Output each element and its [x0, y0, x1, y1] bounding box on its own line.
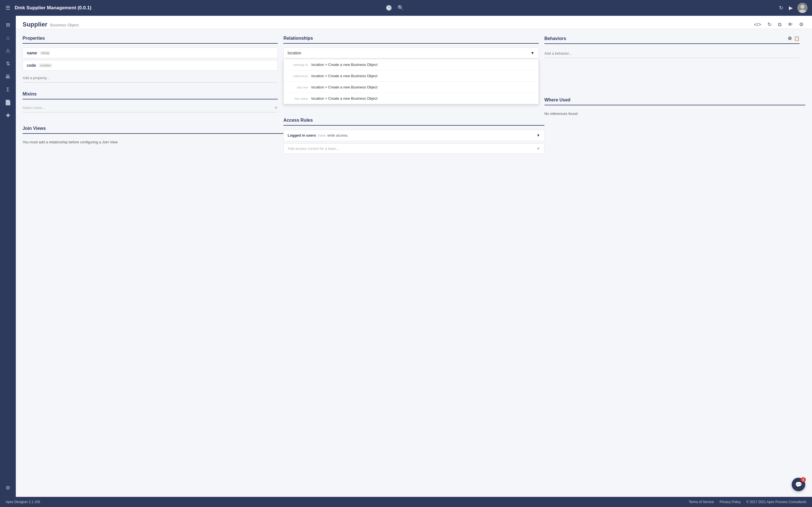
app-title: Dmk Supplier Management (0.0.1)	[15, 5, 381, 11]
page-subtitle: Business Object	[50, 23, 79, 27]
add-behavior-input[interactable]	[545, 49, 800, 58]
mixin-select[interactable]: Select mixin... ▼	[22, 103, 278, 112]
refresh-icon[interactable]: ↻	[778, 4, 784, 12]
has-many-value: location > Create a new Business Object	[311, 96, 377, 101]
column-3: Behaviors ⚙ 📋 Where Used No references f…	[545, 36, 805, 490]
copyright-label: © 2017-2021 Apex Process Consultants	[746, 500, 806, 504]
belongs-to-value: location > Create a new Business Object	[311, 62, 377, 67]
where-used-note: No references found	[545, 109, 805, 118]
history-icon[interactable]: 🕑	[385, 4, 393, 12]
preview-button[interactable]: 👁	[786, 20, 795, 29]
page-header: Supplier Business Object </> ↻ ⧉ 👁 ⚙	[16, 16, 812, 29]
access-verb: have	[318, 133, 326, 137]
main-content: Supplier Business Object </> ↻ ⧉ 👁 ⚙ Pro…	[16, 16, 812, 497]
sections-grid: Properties name string code number	[16, 29, 812, 497]
bottom-bar: Apex Designer 2.1.156 Terms of Service P…	[0, 497, 812, 507]
property-item-code[interactable]: code number	[22, 60, 278, 71]
relationships-title: Relationships	[283, 36, 539, 44]
column-2: Relationships location ▼ belongs to loca	[283, 36, 544, 490]
belongs-to-label: belongs to	[288, 63, 308, 66]
svg-point-1	[801, 5, 804, 9]
mixin-placeholder: Select mixin...	[22, 106, 45, 110]
user-avatar[interactable]	[797, 3, 808, 13]
has-one-label: has one	[288, 86, 308, 89]
property-type-number: number	[39, 63, 52, 67]
join-views-section: Join Views You must add a relationship b…	[22, 126, 283, 152]
sidebar-item-puzzle[interactable]: ✚	[2, 110, 13, 121]
sidebar-item-document[interactable]: 📄	[2, 97, 13, 108]
column-1: Properties name string code number	[22, 36, 283, 490]
sidebar-item-apps[interactable]: ⊞	[2, 19, 13, 31]
terms-link[interactable]: Terms of Service	[689, 500, 714, 504]
sidebar-item-display[interactable]: 🖶	[2, 71, 13, 82]
chat-badge: 5	[801, 477, 806, 482]
relationship-dropdown[interactable]: location ▼	[283, 48, 539, 58]
chat-icon: 💬	[795, 481, 802, 488]
relationship-dropdown-menu: belongs to location > Create a new Busin…	[283, 59, 539, 104]
property-name-label: name	[27, 51, 37, 55]
property-item-name[interactable]: name string	[22, 48, 278, 58]
chat-bubble[interactable]: 💬 5	[792, 478, 805, 491]
access-rule-text: Logged in users have write access.	[288, 133, 349, 137]
behaviors-gear-icon[interactable]: ⚙	[788, 36, 792, 41]
join-views-title: Join Views	[22, 126, 283, 134]
add-property-input[interactable]	[22, 73, 278, 82]
relationship-container: location ▼ belongs to location > Create …	[283, 48, 539, 104]
code-view-button[interactable]: </>	[752, 20, 763, 29]
references-value: location > Create a new Business Object	[311, 74, 377, 78]
page-title: Supplier	[22, 21, 47, 28]
page-header-left: Supplier Business Object	[22, 21, 79, 28]
page-header-actions: </> ↻ ⧉ 👁 ⚙	[752, 20, 805, 29]
access-rule-item[interactable]: Logged in users have write access. ▼	[283, 129, 544, 141]
access-rules-section: Access Rules Logged in users have write …	[283, 118, 544, 159]
sidebar-item-sigma[interactable]: Σ	[2, 84, 13, 95]
copy-button[interactable]: ⧉	[776, 20, 783, 29]
has-one-value: location > Create a new Business Object	[311, 85, 377, 89]
properties-section: Properties name string code number	[22, 36, 283, 88]
app-body: ⊞ ⌂ ⚠ ⇅ 🖶 Σ 📄 ✚ ⚙ Supplier Business Obje…	[0, 16, 812, 497]
add-access-placeholder: Add access control for a team...	[288, 147, 339, 151]
behaviors-section: Behaviors ⚙ 📋	[545, 36, 805, 64]
menu-icon[interactable]: ☰	[4, 4, 11, 12]
mixins-title: Mixins	[22, 92, 278, 100]
footer-links: Terms of Service Privacy Policy © 2017-2…	[689, 500, 806, 504]
references-label: references	[288, 74, 308, 78]
behaviors-title: Behaviors ⚙ 📋	[545, 36, 800, 44]
sidebar: ⊞ ⌂ ⚠ ⇅ 🖶 Σ 📄 ✚ ⚙	[0, 16, 16, 497]
has-many-label: has many	[288, 97, 308, 100]
relationship-value: location	[288, 51, 301, 55]
dropdown-item-has-one[interactable]: has one location > Create a new Business…	[284, 82, 538, 93]
property-code-label: code	[27, 63, 36, 68]
version-label: Apex Designer 2.1.156	[6, 500, 40, 504]
refresh-button[interactable]: ↻	[766, 20, 773, 29]
join-views-note: You must add a relationship before confi…	[22, 138, 283, 147]
top-nav: ☰ Dmk Supplier Management (0.0.1) 🕑 🔍 ↻ …	[0, 0, 812, 16]
relationships-section: Relationships location ▼ belongs to loca	[283, 36, 544, 110]
privacy-link[interactable]: Privacy Policy	[719, 500, 741, 504]
add-access-select[interactable]: Add access control for a team... ▼	[283, 144, 544, 154]
dropdown-item-belongs-to[interactable]: belongs to location > Create a new Busin…	[284, 59, 538, 70]
behaviors-title-icons: ⚙ 📋	[788, 36, 800, 41]
sidebar-item-home[interactable]: ⌂	[2, 32, 13, 43]
dropdown-item-has-many[interactable]: has many location > Create a new Busines…	[284, 93, 538, 104]
mixins-section: Mixins Select mixin... ▼	[22, 92, 283, 118]
relationship-chevron-icon: ▼	[530, 51, 535, 55]
access-action: write access.	[327, 133, 349, 137]
sidebar-item-alerts[interactable]: ⚠	[2, 45, 13, 56]
search-icon[interactable]: 🔍	[396, 4, 405, 12]
where-used-title: Where Used	[545, 98, 805, 105]
properties-title: Properties	[22, 36, 278, 44]
access-rules-title: Access Rules	[283, 118, 544, 126]
behaviors-clipboard-icon[interactable]: 📋	[794, 36, 800, 41]
dropdown-item-references[interactable]: references location > Create a new Busin…	[284, 70, 538, 82]
sidebar-item-share[interactable]: ⇅	[2, 58, 13, 69]
access-subject: Logged in users	[288, 133, 316, 137]
play-icon[interactable]: ▶	[788, 4, 794, 12]
add-access-chevron-icon: ▼	[537, 147, 540, 151]
access-rule-chevron-icon: ▼	[537, 133, 540, 137]
where-used-section: Where Used No references found	[545, 98, 805, 124]
sidebar-item-settings[interactable]: ⚙	[2, 482, 13, 494]
settings-button[interactable]: ⚙	[797, 20, 805, 29]
property-type-string: string	[40, 51, 50, 55]
mixin-chevron-icon: ▼	[274, 106, 278, 110]
